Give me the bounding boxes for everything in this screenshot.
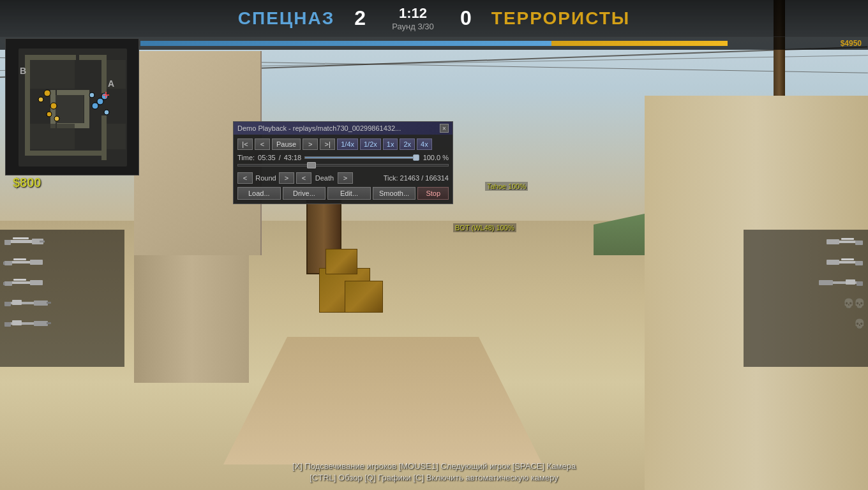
demo-content: |< < Pause > >| 1/4x 1/2x 1x 2x 4x Time:… [234, 135, 453, 204]
money-bar-ct-fill [140, 41, 551, 46]
score-ct-side: СПЕЦНАЗ 2 [238, 6, 373, 30]
demo-time-slider[interactable] [304, 153, 417, 162]
svg-rect-4 [25, 103, 30, 154]
score-ct-value: 2 [347, 6, 373, 30]
skull-icon-3: 💀 [854, 318, 865, 329]
crate2 [345, 281, 383, 313]
svg-text:A: A [108, 78, 114, 89]
demo-time-label: Time: [237, 154, 255, 161]
demo-skip-fwd-button[interactable]: >| [320, 138, 335, 150]
svg-rect-64 [855, 261, 863, 265]
svg-rect-57 [47, 322, 51, 324]
demo-speed-4x-button[interactable]: 4x [417, 138, 432, 150]
demo-time-current: 05:35 [258, 154, 276, 161]
demo-death-next-button[interactable]: > [338, 172, 353, 184]
svg-rect-67 [819, 280, 833, 285]
svg-rect-2 [25, 55, 76, 60]
svg-rect-6 [101, 55, 107, 93]
svg-rect-39 [30, 260, 43, 265]
crate3 [326, 249, 357, 274]
demo-skip-back-button[interactable]: |< [237, 138, 253, 150]
svg-rect-49 [34, 301, 48, 306]
demo-round-label: Round [255, 174, 277, 182]
demo-panel: Demo Playback - replays/match730_0029986… [233, 121, 453, 204]
svg-text:B: B [20, 66, 26, 76]
svg-rect-69 [846, 279, 855, 285]
demo-tick-info: Tick: 21463 / 166314 [384, 174, 449, 182]
demo-close-button[interactable]: × [440, 124, 449, 133]
player-row-t1 [747, 233, 865, 251]
svg-rect-35 [4, 240, 11, 245]
player-row-3 [3, 274, 121, 292]
demo-speed-half-button[interactable]: 1/2x [360, 138, 381, 150]
svg-point-30 [54, 116, 59, 121]
demo-speed-2x-button[interactable]: 2x [400, 138, 415, 150]
player-row-t4: 💀 💀 [747, 294, 865, 312]
svg-point-24 [89, 93, 94, 98]
player-label-tahoe: Tahoe 100% [485, 182, 528, 191]
demo-speed-1x-button[interactable]: 1x [383, 138, 398, 150]
player-list-left [0, 230, 124, 367]
svg-rect-63 [827, 260, 839, 265]
demo-load-button[interactable]: Load... [237, 187, 281, 200]
demo-death-label: Death [313, 174, 336, 182]
bottom-hud-line2: [CTRL] Обзор [Q] Графики [C] Включить ав… [310, 473, 558, 482]
svg-rect-40 [4, 261, 12, 265]
svg-point-22 [92, 103, 98, 109]
svg-rect-45 [4, 281, 12, 286]
demo-title-bar: Demo Playback - replays/match730_0029986… [234, 122, 453, 135]
round-max: 30 [424, 22, 433, 31]
demo-speed-quarter-button[interactable]: 1/4x [337, 138, 358, 150]
demo-round-prev-button[interactable]: < [237, 172, 253, 184]
score-t-value: 0 [453, 6, 479, 30]
demo-death-prev-button[interactable]: < [296, 172, 311, 184]
svg-point-21 [101, 93, 108, 100]
demo-prev-button[interactable]: < [255, 138, 270, 150]
demo-tick-label: Tick: [384, 174, 398, 182]
svg-rect-9 [79, 151, 107, 156]
player-money: $800 [13, 175, 41, 190]
svg-rect-46 [13, 279, 26, 281]
demo-action-row: Load... Drive... Edit... Smooth... Stop [237, 187, 449, 200]
demo-stop-button[interactable]: Stop [417, 187, 449, 200]
svg-point-26 [44, 90, 50, 96]
svg-rect-18 [56, 95, 84, 123]
player-row-5 [3, 315, 121, 332]
demo-round-next-button[interactable]: > [279, 172, 294, 184]
round-label: Раунд [392, 22, 415, 31]
demo-drive-button[interactable]: Drive... [283, 187, 326, 200]
demo-slider-thumb [413, 154, 419, 161]
weapon-rifle-2 [3, 256, 45, 269]
player-row-t3 [747, 274, 865, 292]
demo-position-slider[interactable] [237, 164, 449, 167]
demo-tick-total: 166314 [425, 174, 449, 182]
weapon-rifle-3 [3, 276, 45, 289]
svg-point-27 [50, 103, 57, 109]
demo-smooth-button[interactable]: Smooth... [373, 187, 416, 200]
demo-percent: 100.0 % [420, 154, 449, 161]
demo-edit-button[interactable]: Edit... [327, 187, 371, 200]
demo-controls-row: |< < Pause > >| 1/4x 1/2x 1x 2x 4x [237, 138, 449, 150]
svg-rect-11 [57, 90, 89, 95]
round-current: 3 [417, 22, 422, 31]
demo-pause-button[interactable]: Pause [272, 138, 301, 150]
demo-slider-track [304, 156, 417, 159]
svg-rect-5 [25, 151, 82, 156]
svg-rect-54 [34, 321, 48, 326]
round-info: Раунд 3/30 [392, 22, 434, 31]
score-center: 1:12 Раунд 3/30 [392, 5, 434, 31]
svg-rect-13 [84, 90, 89, 128]
svg-point-29 [47, 112, 52, 117]
team-ct-name: СПЕЦНАЗ [238, 8, 334, 29]
svg-rect-55 [4, 322, 11, 327]
demo-slider-fill [305, 157, 416, 158]
svg-rect-36 [13, 237, 29, 239]
skull-icon-1: 💀 [843, 298, 854, 308]
demo-time-separator: / [279, 154, 281, 161]
svg-rect-68 [857, 281, 863, 286]
svg-point-25 [104, 110, 109, 115]
demo-next-button[interactable]: > [303, 138, 318, 150]
demo-time-total: 43:18 [284, 154, 302, 161]
weapon-rifle-1 [3, 235, 45, 248]
svg-rect-37 [40, 241, 45, 242]
